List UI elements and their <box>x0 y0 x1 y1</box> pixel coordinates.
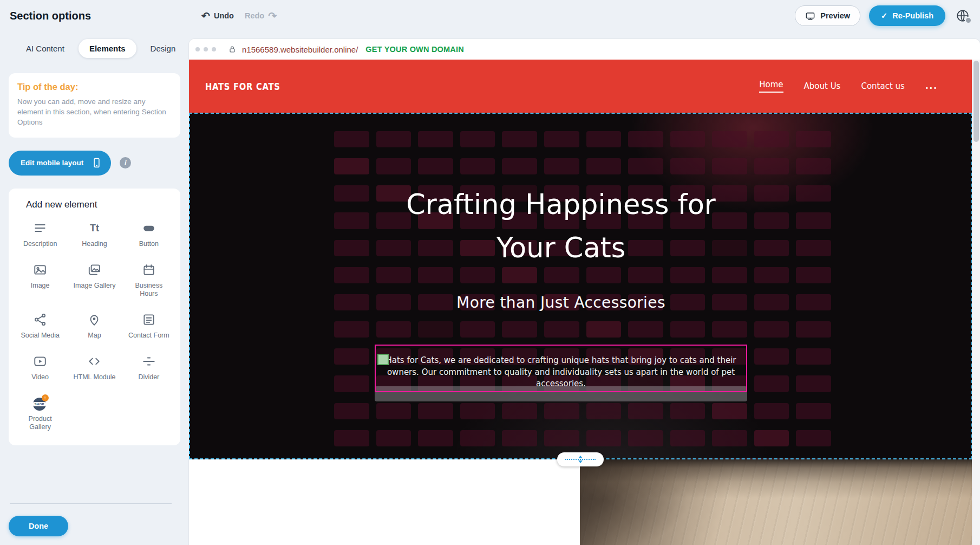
app-root: Section options ↶ Undo Redo ↷ Preview ✓ … <box>0 0 980 545</box>
hero-tile <box>544 158 579 174</box>
sidebar-divider <box>10 503 172 504</box>
browser-scrollbar[interactable] <box>972 60 980 545</box>
hero-section-selected[interactable]: Crafting Happiness for Your Cats More th… <box>189 113 972 459</box>
add-element-image-gallery[interactable]: Image Gallery <box>67 263 121 298</box>
add-element-contact-form[interactable]: Contact Form <box>122 313 176 340</box>
redo-button[interactable]: Redo ↷ <box>245 11 277 21</box>
hero-tile <box>712 131 747 147</box>
edit-mobile-layout-label: Edit mobile layout <box>21 159 83 167</box>
selected-text-element[interactable]: Hats for Cats, we are dedicated to craft… <box>375 345 747 392</box>
scrollbar-thumb[interactable] <box>974 61 979 142</box>
website-viewport: HATS FOR CATS Home About Us Contact us .… <box>189 60 972 545</box>
hero-tile <box>586 321 622 338</box>
sidebar-tabs: AI Content Elements Design <box>9 39 180 58</box>
add-element-description[interactable]: Description <box>13 221 67 248</box>
republish-button[interactable]: ✓ Re-Publish <box>869 5 945 26</box>
edit-mobile-layout-button[interactable]: Edit mobile layout <box>9 151 111 176</box>
add-element-social-media[interactable]: Social Media <box>13 313 67 340</box>
pavement-photo <box>580 459 972 545</box>
tab-design[interactable]: Design <box>140 39 187 58</box>
resize-up-arrow-icon <box>578 456 583 458</box>
hero-heading[interactable]: Crafting Happiness for Your Cats <box>382 183 740 270</box>
hero-tile <box>460 131 495 147</box>
section-resize-handle[interactable] <box>557 452 604 466</box>
window-control-dots <box>195 47 216 51</box>
hero-tile <box>334 131 369 147</box>
hero-tile <box>712 403 747 419</box>
hero-tile <box>628 430 663 446</box>
social-media-icon <box>33 313 47 327</box>
language-globe-button[interactable] <box>954 7 971 24</box>
hero-subheading[interactable]: More than Just Accessories <box>382 294 740 312</box>
element-drag-handle[interactable] <box>377 354 389 365</box>
add-element-video[interactable]: Video <box>13 354 67 381</box>
add-element-title: Add new element <box>26 199 176 210</box>
site-logo[interactable]: HATS FOR CATS <box>205 80 280 92</box>
mobile-layout-row: Edit mobile layout i <box>9 151 180 176</box>
hero-tile <box>502 403 537 419</box>
hero-tile <box>334 158 369 174</box>
hero-tile <box>754 212 789 229</box>
hero-tile <box>586 131 622 147</box>
site-preview-window: n1566589.websitebuilder.online/ GET YOUR… <box>189 39 980 545</box>
preview-button[interactable]: Preview <box>795 5 860 26</box>
republish-label: Re-Publish <box>892 11 933 20</box>
hero-tile <box>334 321 369 338</box>
map-icon <box>87 313 101 327</box>
hero-tile <box>334 185 369 202</box>
tab-elements[interactable]: Elements <box>79 39 136 58</box>
hero-tile <box>754 430 789 446</box>
next-section[interactable] <box>189 459 972 545</box>
lock-icon <box>228 45 237 54</box>
hero-tile <box>754 294 789 310</box>
hero-tile <box>376 321 411 338</box>
hero-tile <box>754 131 789 147</box>
nav-about-us[interactable]: About Us <box>804 81 841 91</box>
hero-tile <box>796 375 831 392</box>
add-element-html-module[interactable]: HTML Module <box>67 354 121 381</box>
add-element-map[interactable]: Map <box>67 313 121 340</box>
hero-tile <box>796 348 831 365</box>
hero-tile <box>754 375 789 392</box>
hero-tile <box>334 375 369 392</box>
add-element-heading[interactable]: Tt Heading <box>67 221 121 248</box>
product-gallery-icon: SHOP ↑ <box>33 396 48 411</box>
hero-tile <box>460 321 495 338</box>
nav-home[interactable]: Home <box>759 80 783 93</box>
hero-tile <box>796 240 831 256</box>
hero-tile <box>334 430 369 446</box>
add-element-image[interactable]: Image <box>13 263 67 298</box>
info-icon[interactable]: i <box>120 157 131 168</box>
add-element-panel: Add new element Description Tt Heading B… <box>9 189 180 445</box>
redo-icon: ↷ <box>268 11 277 21</box>
image-gallery-icon <box>87 263 101 277</box>
hero-tile <box>544 321 579 338</box>
undo-button[interactable]: ↶ Undo <box>201 11 234 21</box>
get-domain-link[interactable]: GET YOUR OWN DOMAIN <box>365 45 464 54</box>
hero-tile <box>796 430 831 446</box>
browser-chrome-bar: n1566589.websitebuilder.online/ GET YOUR… <box>189 39 980 60</box>
hero-tile <box>796 294 831 310</box>
hero-tile <box>670 430 705 446</box>
add-element-business-hours[interactable]: Business Hours <box>122 263 176 298</box>
business-hours-icon <box>142 263 156 277</box>
hero-tile <box>754 403 789 419</box>
add-element-product-gallery[interactable]: SHOP ↑ Product Gallery <box>13 396 67 431</box>
nav-more-button[interactable]: ... <box>925 81 938 91</box>
upgrade-badge-icon: ↑ <box>42 394 49 401</box>
hero-paragraph[interactable]: Hats for Cats, we are dedicated to craft… <box>379 355 743 390</box>
tab-ai-content[interactable]: AI Content <box>15 39 75 58</box>
hero-tile <box>796 267 831 283</box>
hero-tile <box>670 131 705 147</box>
hero-tile <box>796 158 831 174</box>
hero-tile <box>502 430 537 446</box>
add-element-divider[interactable]: Divider <box>122 354 176 381</box>
done-button[interactable]: Done <box>9 516 68 536</box>
nav-contact-us[interactable]: Contact us <box>861 81 904 91</box>
add-element-button[interactable]: Button <box>122 221 176 248</box>
page-title: Section options <box>10 10 91 22</box>
tip-title: Tip of the day: <box>17 82 172 92</box>
hero-tile <box>544 131 579 147</box>
hero-tile <box>334 294 369 310</box>
hero-tile <box>754 240 789 256</box>
